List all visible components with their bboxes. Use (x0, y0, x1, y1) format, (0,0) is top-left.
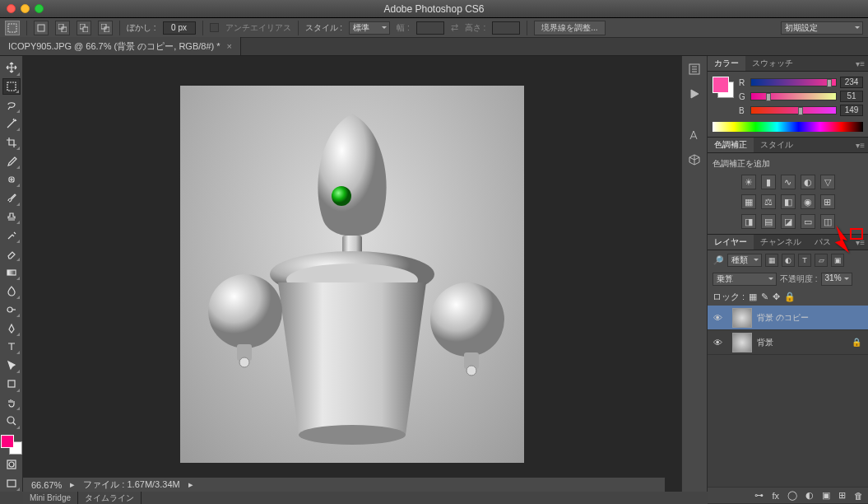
blend-mode-select[interactable]: 乗算 (713, 273, 777, 286)
expand-icon[interactable]: ▸ (70, 479, 75, 490)
filter-type-icon[interactable]: T (798, 254, 811, 267)
layer-name[interactable]: 背景 のコピー (757, 312, 809, 324)
rectangle-tool[interactable] (2, 376, 21, 393)
visibility-toggle-icon[interactable]: 👁 (708, 313, 727, 323)
eyedropper-tool[interactable] (2, 152, 21, 170)
green-value[interactable]: 51 (840, 91, 863, 102)
subtract-selection-icon[interactable] (77, 21, 91, 35)
quickmask-toggle[interactable] (2, 456, 21, 474)
curves-icon[interactable]: ∿ (781, 175, 796, 189)
lasso-tool[interactable] (2, 96, 21, 114)
tab-minibridge[interactable]: Mini Bridge (23, 492, 78, 504)
marquee-tool-icon[interactable] (5, 21, 20, 35)
fx-icon[interactable]: fx (772, 491, 779, 501)
dodge-tool[interactable] (2, 301, 21, 319)
color-swatch[interactable] (713, 77, 734, 98)
bw-icon[interactable]: ◧ (781, 194, 796, 209)
hand-tool[interactable] (2, 394, 21, 412)
history-panel-icon[interactable] (686, 61, 703, 77)
new-selection-icon[interactable] (34, 21, 49, 35)
actions-panel-icon[interactable] (686, 86, 703, 102)
trash-icon[interactable]: 🗑 (854, 491, 863, 501)
channel-mixer-icon[interactable]: ⊞ (820, 194, 835, 209)
filter-adjust-icon[interactable]: ◐ (782, 254, 795, 267)
tab-styles[interactable]: スタイル (754, 138, 800, 152)
green-slider[interactable] (750, 92, 837, 100)
layer-filter-kind[interactable]: 種類 (727, 254, 762, 267)
exposure-icon[interactable]: ◐ (801, 175, 815, 189)
panel-menu-icon[interactable]: ▾≡ (856, 59, 865, 68)
move-tool[interactable] (2, 59, 21, 77)
document-tab[interactable]: ICOPY905.JPG @ 66.7% (背景 のコピー, RGB/8#) *… (0, 37, 241, 55)
invert-icon[interactable]: ◨ (741, 214, 756, 229)
swap-wh-icon[interactable]: ⇄ (451, 22, 458, 33)
mask-icon[interactable]: ◯ (787, 490, 797, 501)
red-value[interactable]: 234 (840, 77, 863, 88)
history-brush-tool[interactable] (2, 226, 21, 244)
style-select[interactable]: 標準 (349, 21, 390, 35)
lock-all-icon[interactable]: 🔒 (784, 292, 796, 302)
visibility-toggle-icon[interactable]: 👁 (708, 338, 727, 348)
path-select-tool[interactable] (2, 357, 21, 374)
eraser-tool[interactable] (2, 245, 21, 263)
link-layers-icon[interactable]: ⊶ (754, 490, 764, 501)
screenmode-toggle[interactable] (2, 475, 21, 492)
layer-row-copy[interactable]: 👁 背景 のコピー (708, 306, 868, 330)
gradient-map-icon[interactable]: ▭ (801, 214, 815, 229)
antialias-checkbox[interactable] (210, 23, 219, 32)
add-selection-icon[interactable] (55, 21, 70, 35)
vibrance-icon[interactable]: ▽ (820, 175, 835, 189)
canvas-area[interactable] (23, 56, 681, 492)
opacity-input[interactable]: 31% (821, 273, 852, 286)
photo-filter-icon[interactable]: ◉ (801, 194, 815, 209)
gradient-tool[interactable] (2, 264, 21, 281)
adjustment-layer-icon[interactable]: ◐ (805, 490, 814, 501)
feather-input[interactable] (163, 21, 196, 35)
status-menu-icon[interactable]: ▸ (188, 479, 193, 490)
red-slider[interactable] (750, 78, 837, 86)
intersect-selection-icon[interactable] (98, 21, 113, 35)
blue-value[interactable]: 149 (840, 105, 863, 116)
lock-position-icon[interactable]: ✥ (773, 292, 780, 302)
crop-tool[interactable] (2, 133, 21, 151)
close-tab-icon[interactable]: × (227, 41, 232, 51)
marquee-tool[interactable] (2, 78, 21, 96)
color-ramp[interactable] (713, 122, 863, 132)
balance-icon[interactable]: ⚖ (761, 194, 776, 209)
blur-tool[interactable] (2, 282, 21, 300)
refine-edge-button[interactable]: 境界線を調整... (534, 21, 605, 35)
foreground-background-colors[interactable] (1, 435, 22, 455)
lock-paint-icon[interactable]: ✎ (761, 292, 768, 302)
layer-thumbnail[interactable] (732, 333, 752, 352)
brush-tool[interactable] (2, 189, 21, 207)
group-icon[interactable]: ▣ (822, 490, 830, 501)
type-tool[interactable] (2, 338, 21, 356)
brightness-icon[interactable]: ☀ (741, 175, 756, 189)
layer-row-background[interactable]: 👁 背景 🔒 (708, 330, 868, 355)
workspace-preset-select[interactable]: 初期設定 (781, 21, 863, 35)
zoom-level[interactable]: 66.67% (31, 480, 62, 490)
threshold-icon[interactable]: ◪ (781, 214, 796, 229)
lock-pixels-icon[interactable]: ▦ (749, 292, 757, 302)
magic-wand-tool[interactable] (2, 115, 21, 133)
healing-brush-tool[interactable] (2, 171, 21, 189)
tab-adjustments[interactable]: 色調補正 (708, 138, 754, 152)
3d-panel-icon[interactable] (686, 152, 703, 168)
panel-menu-icon[interactable]: ▾≡ (856, 141, 865, 150)
filter-pixel-icon[interactable]: ▦ (765, 254, 778, 267)
tab-layers[interactable]: レイヤー (708, 235, 754, 250)
layer-thumbnail[interactable] (732, 308, 752, 328)
tab-timeline[interactable]: タイムライン (78, 492, 142, 504)
levels-icon[interactable]: ▮ (761, 175, 776, 189)
zoom-tool[interactable] (2, 413, 21, 430)
stamp-tool[interactable] (2, 208, 21, 226)
file-size-status[interactable]: ファイル : 1.67M/3.34M (83, 478, 179, 491)
posterize-icon[interactable]: ▤ (761, 214, 776, 229)
character-panel-icon[interactable] (686, 127, 703, 143)
tab-color[interactable]: カラー (708, 56, 745, 71)
tab-swatches[interactable]: スウォッチ (745, 56, 800, 71)
new-layer-icon[interactable]: ⊞ (838, 490, 846, 501)
hue-icon[interactable]: ▦ (741, 194, 756, 209)
filter-shape-icon[interactable]: ▱ (815, 254, 828, 267)
tab-channels[interactable]: チャンネル (754, 235, 808, 250)
